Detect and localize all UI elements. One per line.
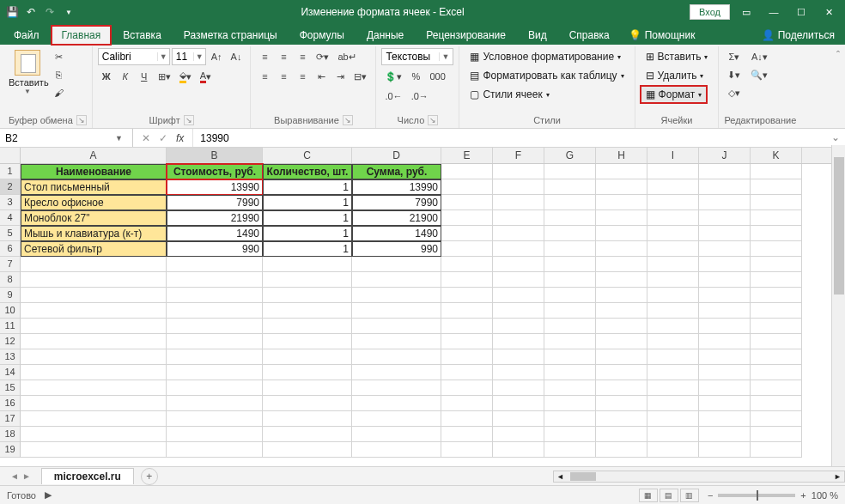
formula-input[interactable] [193, 129, 826, 147]
clear-icon[interactable]: ◇▾ [724, 84, 744, 101]
cell-H18[interactable] [596, 427, 647, 442]
cell-G13[interactable] [544, 349, 596, 365]
cell-D18[interactable] [352, 427, 441, 442]
fx-icon[interactable]: fx [176, 132, 184, 144]
cell-J19[interactable] [699, 442, 751, 458]
cell-G10[interactable] [544, 303, 596, 319]
cell-K19[interactable] [751, 442, 802, 458]
cell-J12[interactable] [699, 334, 751, 349]
cell-J9[interactable] [699, 288, 751, 303]
inc-decimal-icon[interactable]: .0← [381, 88, 405, 105]
cell-G8[interactable] [544, 272, 596, 288]
cell-E1[interactable] [441, 164, 493, 179]
cell-C15[interactable] [263, 380, 352, 396]
cell-E8[interactable] [441, 272, 493, 288]
cell-B9[interactable] [167, 288, 263, 303]
cell-K3[interactable] [751, 195, 802, 210]
cell-B8[interactable] [167, 272, 263, 288]
delete-cells-button[interactable]: ⊟Удалить▾ [641, 67, 709, 84]
row-header[interactable]: 13 [0, 349, 21, 365]
tell-me[interactable]: 💡Помощник [622, 26, 702, 45]
cell-J18[interactable] [699, 427, 751, 442]
cell-E16[interactable] [441, 396, 493, 411]
col-header-J[interactable]: J [699, 148, 751, 163]
cell-D1[interactable]: Сумма, руб. [352, 164, 441, 179]
cell-E7[interactable] [441, 257, 493, 272]
align-left-icon[interactable]: ≡ [256, 68, 273, 85]
cell-H13[interactable] [596, 349, 647, 365]
cell-A11[interactable] [21, 319, 167, 334]
cell-J11[interactable] [699, 319, 751, 334]
cell-E2[interactable] [441, 179, 493, 195]
cell-A6[interactable]: Сетевой фильтр [21, 241, 167, 257]
cell-B3[interactable]: 7990 [167, 195, 263, 210]
cell-D10[interactable] [352, 303, 441, 319]
cell-E10[interactable] [441, 303, 493, 319]
tab-review[interactable]: Рецензирование [416, 26, 516, 45]
cell-F2[interactable] [493, 179, 544, 195]
cell-F10[interactable] [493, 303, 544, 319]
cell-J8[interactable] [699, 272, 751, 288]
cell-F1[interactable] [493, 164, 544, 179]
close-icon[interactable]: ✕ [818, 3, 840, 21]
row-header[interactable]: 12 [0, 334, 21, 349]
cell-C7[interactable] [263, 257, 352, 272]
cell-J5[interactable] [699, 226, 751, 241]
cell-A2[interactable]: Стол письменный [21, 179, 167, 195]
row-header[interactable]: 15 [0, 380, 21, 396]
col-header-D[interactable]: D [352, 148, 441, 163]
cell-A5[interactable]: Мышь и клавиатура (к-т) [21, 226, 167, 241]
copy-icon[interactable]: ⎘ [50, 66, 67, 83]
cell-D14[interactable] [352, 365, 441, 380]
cell-A17[interactable] [21, 411, 167, 427]
cell-D8[interactable] [352, 272, 441, 288]
cell-C12[interactable] [263, 334, 352, 349]
cell-K8[interactable] [751, 272, 802, 288]
ribbon-display-icon[interactable]: ▭ [735, 3, 757, 21]
cell-E17[interactable] [441, 411, 493, 427]
align-bottom-icon[interactable]: ≡ [294, 48, 311, 65]
cell-J7[interactable] [699, 257, 751, 272]
cell-F8[interactable] [493, 272, 544, 288]
font-dialog-launcher[interactable]: ↘ [184, 115, 194, 125]
cut-icon[interactable]: ✂ [50, 48, 67, 65]
cell-C13[interactable] [263, 349, 352, 365]
tab-insert[interactable]: Вставка [112, 26, 172, 45]
cell-B15[interactable] [167, 380, 263, 396]
cell-H3[interactable] [596, 195, 647, 210]
cell-F3[interactable] [493, 195, 544, 210]
grow-font-icon[interactable]: A↑ [208, 48, 226, 65]
cell-K9[interactable] [751, 288, 802, 303]
cell-G9[interactable] [544, 288, 596, 303]
cell-I3[interactable] [647, 195, 699, 210]
cell-K11[interactable] [751, 319, 802, 334]
share-button[interactable]: 👤Поделиться [751, 26, 845, 45]
cell-C2[interactable]: 1 [263, 179, 352, 195]
cell-K4[interactable] [751, 210, 802, 226]
cell-K2[interactable] [751, 179, 802, 195]
cell-F6[interactable] [493, 241, 544, 257]
cell-H15[interactable] [596, 380, 647, 396]
cell-A19[interactable] [21, 442, 167, 458]
cell-G14[interactable] [544, 365, 596, 380]
cell-I12[interactable] [647, 334, 699, 349]
cell-H19[interactable] [596, 442, 647, 458]
cell-I15[interactable] [647, 380, 699, 396]
row-header[interactable]: 8 [0, 272, 21, 288]
cell-F14[interactable] [493, 365, 544, 380]
tab-view[interactable]: Вид [518, 26, 557, 45]
cell-B5[interactable]: 1490 [167, 226, 263, 241]
cell-A16[interactable] [21, 396, 167, 411]
minimize-icon[interactable]: — [763, 3, 785, 21]
cell-J2[interactable] [699, 179, 751, 195]
fill-icon[interactable]: ⬇▾ [724, 66, 744, 83]
row-header[interactable]: 6 [0, 241, 21, 257]
qat-dropdown-icon[interactable]: ▼ [62, 5, 76, 19]
page-break-view-icon[interactable]: ▥ [680, 489, 699, 502]
row-header[interactable]: 3 [0, 195, 21, 210]
cell-E9[interactable] [441, 288, 493, 303]
cell-G4[interactable] [544, 210, 596, 226]
cell-B19[interactable] [167, 442, 263, 458]
row-header[interactable]: 5 [0, 226, 21, 241]
fill-color-icon[interactable]: ⬙▾ [176, 68, 195, 85]
